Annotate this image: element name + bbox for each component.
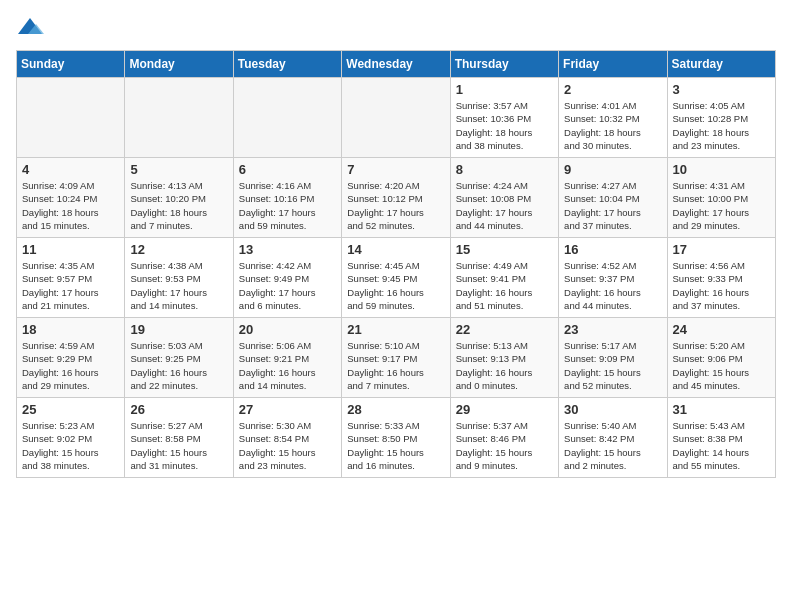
- day-info: Sunrise: 5:20 AM Sunset: 9:06 PM Dayligh…: [673, 339, 770, 392]
- calendar-cell: 29Sunrise: 5:37 AM Sunset: 8:46 PM Dayli…: [450, 398, 558, 478]
- day-info: Sunrise: 4:59 AM Sunset: 9:29 PM Dayligh…: [22, 339, 119, 392]
- day-number: 17: [673, 242, 770, 257]
- calendar-cell: [125, 78, 233, 158]
- calendar-cell: 31Sunrise: 5:43 AM Sunset: 8:38 PM Dayli…: [667, 398, 775, 478]
- calendar-week-2: 4Sunrise: 4:09 AM Sunset: 10:24 PM Dayli…: [17, 158, 776, 238]
- day-number: 10: [673, 162, 770, 177]
- day-info: Sunrise: 5:30 AM Sunset: 8:54 PM Dayligh…: [239, 419, 336, 472]
- day-info: Sunrise: 4:49 AM Sunset: 9:41 PM Dayligh…: [456, 259, 553, 312]
- calendar-cell: [342, 78, 450, 158]
- day-info: Sunrise: 4:13 AM Sunset: 10:20 PM Daylig…: [130, 179, 227, 232]
- day-number: 4: [22, 162, 119, 177]
- day-info: Sunrise: 5:17 AM Sunset: 9:09 PM Dayligh…: [564, 339, 661, 392]
- day-number: 23: [564, 322, 661, 337]
- day-info: Sunrise: 5:23 AM Sunset: 9:02 PM Dayligh…: [22, 419, 119, 472]
- calendar-cell: 25Sunrise: 5:23 AM Sunset: 9:02 PM Dayli…: [17, 398, 125, 478]
- calendar-cell: 2Sunrise: 4:01 AM Sunset: 10:32 PM Dayli…: [559, 78, 667, 158]
- calendar-table: SundayMondayTuesdayWednesdayThursdayFrid…: [16, 50, 776, 478]
- day-number: 19: [130, 322, 227, 337]
- calendar-cell: 11Sunrise: 4:35 AM Sunset: 9:57 PM Dayli…: [17, 238, 125, 318]
- day-info: Sunrise: 5:03 AM Sunset: 9:25 PM Dayligh…: [130, 339, 227, 392]
- day-info: Sunrise: 5:06 AM Sunset: 9:21 PM Dayligh…: [239, 339, 336, 392]
- day-info: Sunrise: 5:40 AM Sunset: 8:42 PM Dayligh…: [564, 419, 661, 472]
- calendar-cell: 6Sunrise: 4:16 AM Sunset: 10:16 PM Dayli…: [233, 158, 341, 238]
- logo: [16, 16, 48, 38]
- header-thursday: Thursday: [450, 51, 558, 78]
- header-monday: Monday: [125, 51, 233, 78]
- day-info: Sunrise: 4:16 AM Sunset: 10:16 PM Daylig…: [239, 179, 336, 232]
- day-number: 14: [347, 242, 444, 257]
- day-info: Sunrise: 5:33 AM Sunset: 8:50 PM Dayligh…: [347, 419, 444, 472]
- day-info: Sunrise: 4:27 AM Sunset: 10:04 PM Daylig…: [564, 179, 661, 232]
- day-number: 21: [347, 322, 444, 337]
- calendar-week-1: 1Sunrise: 3:57 AM Sunset: 10:36 PM Dayli…: [17, 78, 776, 158]
- header-sunday: Sunday: [17, 51, 125, 78]
- day-number: 20: [239, 322, 336, 337]
- page-header: [16, 16, 776, 38]
- calendar-cell: 26Sunrise: 5:27 AM Sunset: 8:58 PM Dayli…: [125, 398, 233, 478]
- day-number: 11: [22, 242, 119, 257]
- logo-icon: [16, 16, 44, 38]
- day-number: 16: [564, 242, 661, 257]
- calendar-cell: 1Sunrise: 3:57 AM Sunset: 10:36 PM Dayli…: [450, 78, 558, 158]
- day-info: Sunrise: 4:45 AM Sunset: 9:45 PM Dayligh…: [347, 259, 444, 312]
- day-info: Sunrise: 5:10 AM Sunset: 9:17 PM Dayligh…: [347, 339, 444, 392]
- day-info: Sunrise: 4:05 AM Sunset: 10:28 PM Daylig…: [673, 99, 770, 152]
- calendar-cell: 5Sunrise: 4:13 AM Sunset: 10:20 PM Dayli…: [125, 158, 233, 238]
- day-number: 24: [673, 322, 770, 337]
- calendar-cell: 24Sunrise: 5:20 AM Sunset: 9:06 PM Dayli…: [667, 318, 775, 398]
- day-number: 25: [22, 402, 119, 417]
- day-number: 3: [673, 82, 770, 97]
- day-info: Sunrise: 4:42 AM Sunset: 9:49 PM Dayligh…: [239, 259, 336, 312]
- calendar-header-row: SundayMondayTuesdayWednesdayThursdayFrid…: [17, 51, 776, 78]
- day-number: 7: [347, 162, 444, 177]
- calendar-cell: 30Sunrise: 5:40 AM Sunset: 8:42 PM Dayli…: [559, 398, 667, 478]
- day-number: 15: [456, 242, 553, 257]
- day-number: 28: [347, 402, 444, 417]
- calendar-cell: 23Sunrise: 5:17 AM Sunset: 9:09 PM Dayli…: [559, 318, 667, 398]
- day-number: 22: [456, 322, 553, 337]
- header-friday: Friday: [559, 51, 667, 78]
- day-info: Sunrise: 5:13 AM Sunset: 9:13 PM Dayligh…: [456, 339, 553, 392]
- calendar-cell: 8Sunrise: 4:24 AM Sunset: 10:08 PM Dayli…: [450, 158, 558, 238]
- day-info: Sunrise: 4:20 AM Sunset: 10:12 PM Daylig…: [347, 179, 444, 232]
- calendar-cell: 20Sunrise: 5:06 AM Sunset: 9:21 PM Dayli…: [233, 318, 341, 398]
- day-info: Sunrise: 4:01 AM Sunset: 10:32 PM Daylig…: [564, 99, 661, 152]
- day-number: 13: [239, 242, 336, 257]
- calendar-cell: 19Sunrise: 5:03 AM Sunset: 9:25 PM Dayli…: [125, 318, 233, 398]
- calendar-cell: 9Sunrise: 4:27 AM Sunset: 10:04 PM Dayli…: [559, 158, 667, 238]
- day-info: Sunrise: 4:24 AM Sunset: 10:08 PM Daylig…: [456, 179, 553, 232]
- day-number: 30: [564, 402, 661, 417]
- calendar-cell: 21Sunrise: 5:10 AM Sunset: 9:17 PM Dayli…: [342, 318, 450, 398]
- day-number: 31: [673, 402, 770, 417]
- calendar-week-3: 11Sunrise: 4:35 AM Sunset: 9:57 PM Dayli…: [17, 238, 776, 318]
- calendar-cell: 17Sunrise: 4:56 AM Sunset: 9:33 PM Dayli…: [667, 238, 775, 318]
- calendar-cell: 13Sunrise: 4:42 AM Sunset: 9:49 PM Dayli…: [233, 238, 341, 318]
- calendar-cell: 22Sunrise: 5:13 AM Sunset: 9:13 PM Dayli…: [450, 318, 558, 398]
- day-info: Sunrise: 4:52 AM Sunset: 9:37 PM Dayligh…: [564, 259, 661, 312]
- calendar-cell: [17, 78, 125, 158]
- header-saturday: Saturday: [667, 51, 775, 78]
- day-number: 18: [22, 322, 119, 337]
- day-number: 8: [456, 162, 553, 177]
- day-info: Sunrise: 5:27 AM Sunset: 8:58 PM Dayligh…: [130, 419, 227, 472]
- header-tuesday: Tuesday: [233, 51, 341, 78]
- calendar-cell: 27Sunrise: 5:30 AM Sunset: 8:54 PM Dayli…: [233, 398, 341, 478]
- calendar-cell: 14Sunrise: 4:45 AM Sunset: 9:45 PM Dayli…: [342, 238, 450, 318]
- calendar-cell: 18Sunrise: 4:59 AM Sunset: 9:29 PM Dayli…: [17, 318, 125, 398]
- calendar-cell: 3Sunrise: 4:05 AM Sunset: 10:28 PM Dayli…: [667, 78, 775, 158]
- day-number: 1: [456, 82, 553, 97]
- calendar-cell: 10Sunrise: 4:31 AM Sunset: 10:00 PM Dayl…: [667, 158, 775, 238]
- day-info: Sunrise: 4:38 AM Sunset: 9:53 PM Dayligh…: [130, 259, 227, 312]
- day-info: Sunrise: 4:09 AM Sunset: 10:24 PM Daylig…: [22, 179, 119, 232]
- calendar-cell: 4Sunrise: 4:09 AM Sunset: 10:24 PM Dayli…: [17, 158, 125, 238]
- day-number: 29: [456, 402, 553, 417]
- calendar-cell: 28Sunrise: 5:33 AM Sunset: 8:50 PM Dayli…: [342, 398, 450, 478]
- header-wednesday: Wednesday: [342, 51, 450, 78]
- day-info: Sunrise: 5:43 AM Sunset: 8:38 PM Dayligh…: [673, 419, 770, 472]
- calendar-week-5: 25Sunrise: 5:23 AM Sunset: 9:02 PM Dayli…: [17, 398, 776, 478]
- calendar-cell: 15Sunrise: 4:49 AM Sunset: 9:41 PM Dayli…: [450, 238, 558, 318]
- day-info: Sunrise: 4:35 AM Sunset: 9:57 PM Dayligh…: [22, 259, 119, 312]
- day-number: 27: [239, 402, 336, 417]
- day-info: Sunrise: 3:57 AM Sunset: 10:36 PM Daylig…: [456, 99, 553, 152]
